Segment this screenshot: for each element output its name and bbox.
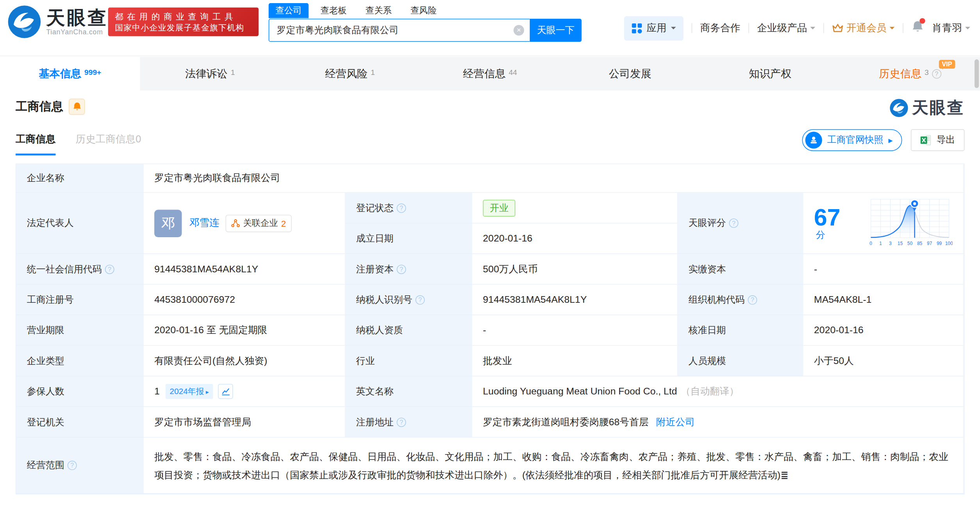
field-label: 法定代表人 bbox=[16, 193, 144, 254]
help-icon[interactable] bbox=[397, 203, 406, 213]
tab-legal-litigation[interactable]: 法律诉讼 1 bbox=[140, 57, 280, 91]
expand-icon[interactable] bbox=[780, 465, 788, 483]
tab-label: 经营信息 bbox=[463, 66, 506, 81]
search-area: 查公司 查老板 查关系 查风险 天眼一下 bbox=[269, 3, 582, 42]
score-unit: 分 bbox=[816, 229, 825, 240]
avatar[interactable]: 邓 bbox=[154, 210, 182, 237]
search-input[interactable] bbox=[269, 19, 530, 42]
business-info-section: 工商信息 天眼查 工商信息 历史工商信息0 bbox=[0, 91, 980, 503]
svg-text:99: 99 bbox=[937, 241, 942, 246]
help-icon[interactable] bbox=[748, 295, 757, 304]
score-distribution-chart: 0 1 3 15 50 85 97 99 100 bbox=[868, 197, 953, 250]
notification-dot bbox=[919, 18, 925, 23]
help-icon[interactable] bbox=[105, 265, 114, 274]
help-icon[interactable] bbox=[932, 69, 941, 78]
menu-enterprise-products[interactable]: 企业级产品 bbox=[757, 21, 815, 35]
tianyan-score-cell[interactable]: 67分 bbox=[804, 193, 964, 254]
divider bbox=[903, 23, 903, 33]
subtabs: 工商信息 历史工商信息0 bbox=[16, 133, 141, 156]
promo-banner[interactable]: 都在用的商业查询工具 国家中小企业发展子基金旗下机构 bbox=[108, 7, 259, 36]
company-nav-tabs: 基本信息 999+ 法律诉讼 1 经营风险 1 经营信息 44 公司发展 知识产… bbox=[0, 57, 980, 91]
menu-business-coop[interactable]: 商务合作 bbox=[700, 21, 740, 35]
user-menu[interactable]: 肖青羽 bbox=[932, 21, 970, 35]
help-icon[interactable] bbox=[68, 461, 77, 470]
credit-code-value: 91445381MA54AK8L1Y bbox=[144, 254, 346, 284]
svg-text:85: 85 bbox=[917, 241, 923, 246]
section-title: 工商信息 bbox=[16, 99, 63, 115]
subtab-history-business-info[interactable]: 历史工商信息0 bbox=[76, 133, 141, 154]
stamp-icon bbox=[805, 132, 822, 149]
apps-grid-icon bbox=[632, 23, 642, 33]
field-label: 英文名称 bbox=[346, 376, 472, 407]
logo-title: 天眼查 bbox=[46, 8, 108, 28]
tianyancha-logo[interactable]: 天眼查 TianYanCha.com bbox=[7, 5, 108, 39]
export-button[interactable]: 导出 bbox=[911, 129, 965, 151]
label-text: 统一社会信用代码 bbox=[27, 263, 102, 275]
clear-icon[interactable] bbox=[513, 25, 524, 36]
tab-history-info[interactable]: VIP 历史信息 3 bbox=[840, 57, 980, 91]
business-term-value: 2020-01-16 至 无固定期限 bbox=[144, 315, 346, 346]
tab-count: 3 bbox=[925, 68, 929, 76]
tab-operation-info[interactable]: 经营信息 44 bbox=[420, 57, 560, 91]
subtab-business-info[interactable]: 工商信息 bbox=[16, 133, 55, 156]
search-tab-boss[interactable]: 查老板 bbox=[314, 3, 353, 18]
divider bbox=[823, 23, 824, 33]
tab-label: 法律诉讼 bbox=[185, 66, 228, 81]
label-text: 注册地址 bbox=[356, 416, 394, 428]
search-button[interactable]: 天眼一下 bbox=[530, 19, 582, 42]
nearby-companies-link[interactable]: 附近公司 bbox=[656, 416, 695, 429]
field-label: 登记状态 bbox=[346, 193, 472, 223]
business-info-table: 企业名称 罗定市粤光肉联食品有限公司 法定代表人 邓 邓雪连 关联企业 2 bbox=[16, 163, 964, 494]
scrollbar-thumb[interactable] bbox=[975, 59, 979, 88]
field-label: 注册资本 bbox=[346, 254, 472, 284]
annual-report-badge[interactable]: 2024年报 bbox=[165, 384, 213, 399]
search-tab-relation[interactable]: 查关系 bbox=[358, 3, 398, 18]
field-label: 营业期限 bbox=[16, 315, 144, 346]
field-label: 参保人数 bbox=[16, 376, 144, 407]
field-label: 纳税人资质 bbox=[346, 315, 472, 346]
reg-status-cell: 开业 bbox=[472, 193, 678, 223]
header-menu: 应用 商务合作 企业级产品 开通会员 bbox=[624, 0, 970, 56]
svg-text:97: 97 bbox=[927, 241, 932, 246]
trend-chart-icon[interactable] bbox=[218, 384, 233, 399]
insured-count-value: 1 bbox=[154, 386, 160, 397]
network-icon bbox=[231, 219, 240, 227]
field-label: 登记机关 bbox=[16, 407, 144, 437]
help-icon[interactable] bbox=[397, 417, 406, 427]
promo-line1: 都在用的商业查询工具 bbox=[115, 10, 251, 22]
tab-label: 公司发展 bbox=[609, 66, 651, 81]
help-icon[interactable] bbox=[397, 265, 406, 274]
field-label: 核准日期 bbox=[678, 315, 804, 346]
tab-count: 1 bbox=[371, 68, 375, 76]
help-icon[interactable] bbox=[729, 218, 738, 228]
excel-icon bbox=[920, 135, 932, 146]
field-label: 纳税人识别号 bbox=[346, 285, 472, 315]
logo-subtitle: TianYanCha.com bbox=[46, 28, 108, 36]
help-icon[interactable] bbox=[415, 295, 425, 304]
official-snapshot-button[interactable]: 工商官网快照 ▶ bbox=[802, 129, 902, 151]
menu-open-membership[interactable]: 开通会员 bbox=[832, 21, 894, 35]
field-label: 实缴资本 bbox=[678, 254, 804, 284]
field-label: 注册地址 bbox=[346, 407, 472, 437]
tab-company-development[interactable]: 公司发展 bbox=[560, 57, 700, 91]
tab-label: 历史信息 bbox=[879, 66, 921, 81]
tab-operation-risk[interactable]: 经营风险 1 bbox=[280, 57, 420, 91]
search-tab-risk[interactable]: 查风险 bbox=[404, 3, 444, 18]
tab-basic-info[interactable]: 基本信息 999+ bbox=[0, 57, 140, 91]
company-name-value: 罗定市粤光肉联食品有限公司 bbox=[144, 164, 964, 193]
related-companies-badge[interactable]: 关联企业 2 bbox=[226, 215, 292, 232]
search-tab-company[interactable]: 查公司 bbox=[269, 3, 308, 18]
field-label: 人员规模 bbox=[678, 346, 804, 376]
business-scope-cell: 批发、零售：食品、冷冻食品、农产品、保健品、日用品、化妆品、文化用品；加工、收购… bbox=[144, 438, 964, 494]
notification-bell-icon[interactable] bbox=[911, 20, 924, 36]
header: 天眼查 TianYanCha.com 都在用的商业查询工具 国家中小企业发展子基… bbox=[0, 0, 980, 56]
apps-menu[interactable]: 应用 bbox=[624, 16, 683, 40]
legal-rep-link[interactable]: 邓雪连 bbox=[189, 217, 219, 230]
monitor-bell-icon[interactable] bbox=[69, 99, 85, 115]
label-text: 组织机构代码 bbox=[688, 294, 745, 305]
related-label: 关联企业 bbox=[243, 218, 278, 229]
search-tabs: 查公司 查老板 查关系 查风险 bbox=[269, 3, 582, 18]
establish-date-value: 2020-01-16 bbox=[472, 224, 678, 254]
auto-translate-note: （自动翻译） bbox=[681, 385, 739, 398]
tab-intellectual-property[interactable]: 知识产权 bbox=[700, 57, 840, 91]
